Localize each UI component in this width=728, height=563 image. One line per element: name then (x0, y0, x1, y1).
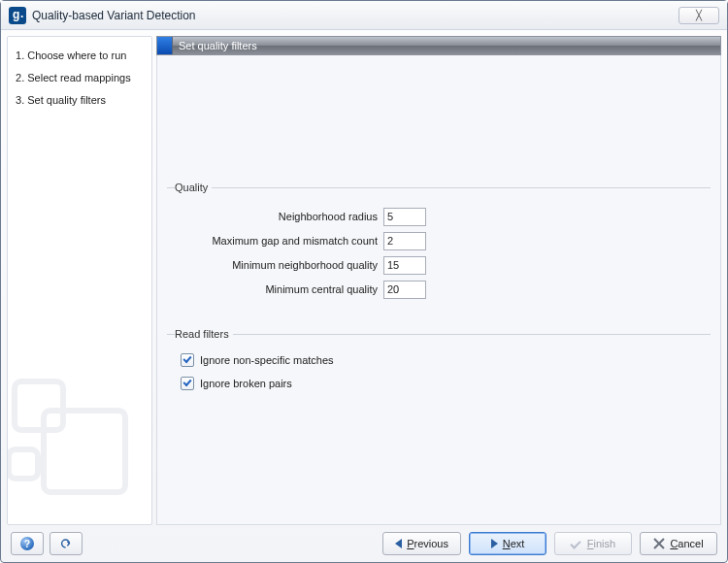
help-button[interactable]: ? (11, 532, 44, 555)
label-max-gap-mismatch: Maximum gap and mismatch count (175, 235, 383, 247)
titlebar: Quality-based Variant Detection ╳ (1, 1, 727, 30)
dialog-footer: ? Previous Next Finish Cancel (1, 525, 727, 562)
close-icon: ╳ (696, 10, 702, 20)
dialog-window: Quality-based Variant Detection ╳ Choose… (0, 0, 728, 563)
dialog-body: Choose where to run Select read mappings… (1, 30, 727, 525)
quality-legend: Quality (175, 182, 212, 193)
undo-icon (59, 537, 73, 550)
finish-button-label: Finish (587, 538, 615, 549)
input-neighborhood-radius[interactable] (383, 208, 426, 226)
reset-button[interactable] (50, 532, 83, 555)
row-max-gap-mismatch: Maximum gap and mismatch count (175, 230, 703, 251)
label-ignore-non-specific: Ignore non-specific matches (200, 354, 334, 366)
decorative-squares-icon (7, 359, 152, 514)
wizard-step-2: Select read mappings (16, 67, 148, 89)
label-min-neigh-quality: Minimum neighborhood quality (175, 259, 383, 271)
app-logo-icon (9, 7, 26, 24)
label-min-central-quality: Minimum central quality (175, 283, 383, 295)
wizard-steps-sidebar: Choose where to run Select read mappings… (7, 36, 152, 525)
row-min-neigh-quality: Minimum neighborhood quality (175, 254, 703, 276)
wizard-step-1: Choose where to run (16, 45, 148, 67)
read-filters-legend: Read filters (175, 328, 233, 340)
row-neighborhood-radius: Neighborhood radius (175, 206, 703, 227)
read-filters-group: Read filters Ignore non-specific matches… (167, 328, 711, 408)
input-max-gap-mismatch[interactable] (383, 232, 426, 250)
step-header-title: Set quality filters (179, 40, 257, 51)
row-min-central-quality: Minimum central quality (175, 279, 703, 300)
cancel-button-label: Cancel (670, 538, 703, 549)
checkbox-ignore-broken-pairs[interactable]: Ignore broken pairs (181, 377, 703, 390)
arrow-left-icon (395, 539, 402, 548)
quality-group: Quality Neighborhood radius Maximum gap … (167, 182, 711, 311)
help-icon: ? (20, 537, 34, 550)
cancel-button[interactable]: Cancel (640, 532, 717, 555)
next-button[interactable]: Next (469, 532, 546, 555)
input-min-central-quality[interactable] (383, 281, 426, 299)
label-neighborhood-radius: Neighborhood radius (175, 211, 383, 222)
checkbox-icon (181, 377, 194, 390)
x-icon (653, 538, 665, 549)
check-icon (571, 538, 582, 549)
window-title: Quality-based Variant Detection (32, 9, 196, 22)
step-header: Set quality filters (156, 36, 721, 55)
window-close-button[interactable]: ╳ (678, 7, 719, 24)
finish-button[interactable]: Finish (554, 532, 632, 555)
previous-button[interactable]: Previous (382, 532, 461, 555)
input-min-neigh-quality[interactable] (383, 256, 426, 275)
arrow-right-icon (491, 539, 498, 548)
next-button-label: Next (503, 538, 525, 549)
checkbox-icon (181, 353, 194, 367)
wizard-step-3: Set quality filters (16, 89, 148, 112)
checkbox-ignore-non-specific[interactable]: Ignore non-specific matches (181, 353, 703, 367)
step-header-accent (157, 37, 173, 54)
label-ignore-broken-pairs: Ignore broken pairs (200, 378, 292, 389)
step-content: Quality Neighborhood radius Maximum gap … (156, 55, 721, 525)
previous-button-label: Previous (407, 538, 448, 549)
wizard-main-panel: Set quality filters Quality Neighborhood… (156, 36, 721, 525)
